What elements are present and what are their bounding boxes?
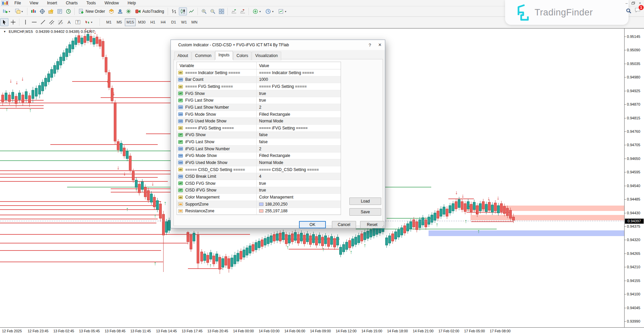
param-value[interactable]: 2: [259, 147, 261, 151]
cancel-button[interactable]: Cancel: [332, 221, 356, 228]
param-value[interactable]: 2: [259, 105, 261, 110]
new-chart-button[interactable]: ▼: [0, 7, 12, 15]
table-row[interactable]: abColor ManagementColor Management: [177, 194, 341, 201]
param-value[interactable]: 1000: [259, 77, 268, 82]
dialog-help-button[interactable]: ?: [365, 40, 375, 50]
trendline-tool-button[interactable]: [39, 18, 47, 26]
param-value[interactable]: ===== CISD_CSD Setting =====: [259, 167, 319, 172]
param-value[interactable]: true: [259, 91, 266, 96]
time-axis[interactable]: 12 Feb 202512 Feb 23:4513 Feb 02:4513 Fe…: [0, 327, 644, 334]
table-row[interactable]: iFVG Last Showfalse: [177, 138, 341, 146]
param-value[interactable]: Color Management: [259, 195, 293, 200]
arrows-tool-button[interactable]: ▼: [83, 18, 95, 26]
crosshair-tool-button[interactable]: [9, 18, 17, 26]
table-row[interactable]: 123FVG Last Show Number2: [177, 104, 341, 111]
table-row[interactable]: iFVG Showfalse: [177, 132, 341, 139]
table-row[interactable]: 123FVG Mode ShowFilled Rectangale: [177, 111, 341, 118]
param-value[interactable]: true: [259, 98, 266, 103]
tab-common[interactable]: Common: [192, 52, 215, 60]
zoom-out-button[interactable]: [209, 7, 217, 15]
menu-item-tools[interactable]: Tools: [82, 0, 100, 6]
param-value[interactable]: false: [259, 132, 267, 137]
table-row[interactable]: 123CISD Break Limit4: [177, 173, 341, 180]
tab-visualization[interactable]: Visualization: [252, 52, 281, 60]
table-row[interactable]: FVG Last Showtrue: [177, 97, 341, 104]
tab-about[interactable]: About: [174, 52, 191, 60]
menu-item-window[interactable]: Window: [100, 0, 123, 6]
profiles-button[interactable]: ▼: [13, 7, 25, 15]
param-value[interactable]: Filled Rectangale: [259, 112, 290, 117]
auto-scroll-button[interactable]: [230, 7, 238, 15]
table-row[interactable]: ab===== iFVG Setting ========== iFVG Set…: [177, 125, 341, 132]
timeframe-m1[interactable]: M1: [104, 18, 114, 26]
resize-grip[interactable]: [381, 224, 384, 227]
dialog-close-button[interactable]: ×: [375, 40, 385, 50]
bar-chart-button[interactable]: [170, 7, 178, 15]
save-button[interactable]: Save: [349, 208, 381, 216]
tab-inputs[interactable]: Inputs: [215, 51, 233, 60]
channel-tool-button[interactable]: [48, 18, 56, 26]
table-row[interactable]: 123iFVG Used Mode ShowNormal Mode: [177, 159, 341, 166]
mql-editor-button[interactable]: [107, 7, 115, 15]
param-value[interactable]: 188,200,250: [265, 202, 288, 207]
param-value[interactable]: Normal Mode: [259, 119, 283, 123]
param-value[interactable]: true: [259, 181, 266, 186]
table-row[interactable]: CISD iFVG Showtrue: [177, 187, 341, 194]
timeframe-m30[interactable]: M30: [136, 18, 147, 26]
line-chart-button[interactable]: [188, 7, 196, 15]
param-value[interactable]: 255,197,188: [265, 209, 288, 213]
timeframe-h4[interactable]: H4: [158, 18, 168, 26]
new-order-button[interactable]: New Order: [77, 7, 107, 15]
ok-button[interactable]: OK: [299, 221, 326, 228]
collapse-objects-icon[interactable]: ▼: [3, 30, 6, 33]
market-watch-button[interactable]: [30, 7, 38, 15]
fibonacci-tool-button[interactable]: F: [56, 18, 64, 26]
minimize-button[interactable]: –: [623, 0, 630, 6]
search-icon[interactable]: [626, 8, 632, 14]
terminal-button[interactable]: [56, 7, 64, 15]
indicators-button[interactable]: ▼: [251, 7, 263, 15]
param-value[interactable]: ===== iFVG Setting =====: [259, 126, 308, 130]
alerts-button[interactable]: [125, 7, 133, 15]
tab-colors[interactable]: Colors: [233, 52, 252, 60]
price-axis[interactable]: 0.951450.950900.950350.949800.949250.948…: [624, 29, 644, 327]
timeframe-w1[interactable]: W1: [179, 18, 189, 26]
data-window-button[interactable]: [38, 7, 46, 15]
param-value[interactable]: Filled Rectangale: [259, 153, 290, 158]
cursor-tool-button[interactable]: [0, 18, 8, 26]
timeframe-d1[interactable]: D1: [169, 18, 179, 26]
table-row[interactable]: ab===== CISD_CSD Setting ========== CISD…: [177, 166, 341, 173]
table-row[interactable]: ab===== Indicator Setting ========== Ind…: [177, 69, 341, 76]
param-value[interactable]: ===== FVG Setting =====: [259, 84, 307, 89]
param-value[interactable]: 4: [259, 174, 261, 179]
horizontal-line-tool-button[interactable]: [30, 18, 38, 26]
text-label-tool-button[interactable]: T: [74, 18, 82, 26]
restore-button[interactable]: [630, 0, 637, 6]
menu-item-insert[interactable]: Insert: [43, 0, 61, 6]
tile-windows-button[interactable]: [217, 7, 226, 15]
templates-button[interactable]: ▼: [277, 7, 289, 15]
load-button[interactable]: Load: [349, 198, 381, 205]
notifications-button[interactable]: 1: [635, 7, 641, 14]
table-row[interactable]: 123Bar Count1000: [177, 76, 341, 84]
table-row[interactable]: FVG Showtrue: [177, 90, 341, 97]
param-value[interactable]: true: [259, 188, 266, 192]
menu-item-file[interactable]: File: [10, 0, 25, 6]
table-row[interactable]: SupportZone188,200,250: [177, 201, 341, 208]
table-row[interactable]: ResistanceZone255,197,188: [177, 208, 341, 215]
timeframe-m5[interactable]: M5: [114, 18, 124, 26]
chart-shift-button[interactable]: [239, 7, 247, 15]
table-row[interactable]: CISD FVG Showtrue: [177, 180, 341, 187]
timeframe-m15[interactable]: M15: [125, 18, 136, 26]
menu-item-help[interactable]: Help: [123, 0, 140, 6]
menu-item-charts[interactable]: Charts: [61, 0, 82, 6]
strategy-tester-button[interactable]: [64, 7, 72, 15]
zoom-in-button[interactable]: [200, 7, 208, 15]
candlestick-chart-button[interactable]: [179, 7, 187, 15]
table-row[interactable]: ab===== FVG Setting ========== FVG Setti…: [177, 83, 341, 90]
param-value[interactable]: Normal Mode: [259, 160, 283, 165]
table-row[interactable]: 123iFVG Mode ShowFilled Rectangale: [177, 153, 341, 160]
metaeditor-button[interactable]: [116, 7, 124, 15]
navigator-button[interactable]: [47, 7, 55, 15]
autotrading-button[interactable]: AutoTrading: [133, 7, 166, 15]
